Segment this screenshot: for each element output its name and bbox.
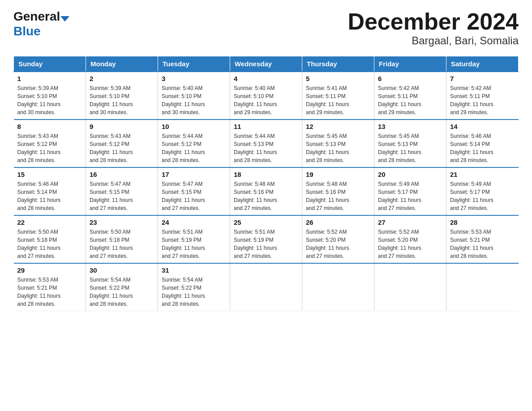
calendar-cell xyxy=(374,263,446,311)
day-number: 19 xyxy=(306,171,370,178)
day-info: Sunrise: 5:48 AMSunset: 5:16 PMDaylight:… xyxy=(306,180,370,212)
day-info: Sunrise: 5:39 AMSunset: 5:10 PMDaylight:… xyxy=(17,84,82,116)
day-number: 11 xyxy=(234,123,298,130)
day-number: 25 xyxy=(234,218,298,226)
calendar-cell: 30Sunrise: 5:54 AMSunset: 5:22 PMDayligh… xyxy=(86,263,158,311)
calendar-cell: 31Sunrise: 5:54 AMSunset: 5:22 PMDayligh… xyxy=(158,263,230,311)
day-number: 1 xyxy=(17,75,82,82)
day-info: Sunrise: 5:42 AMSunset: 5:11 PMDaylight:… xyxy=(450,84,515,116)
logo-general-text: General xyxy=(13,9,60,23)
day-info: Sunrise: 5:49 AMSunset: 5:17 PMDaylight:… xyxy=(450,180,515,212)
calendar-week-row: 1Sunrise: 5:39 AMSunset: 5:10 PMDaylight… xyxy=(14,72,519,120)
day-number: 30 xyxy=(90,266,154,274)
calendar-header-row: SundayMondayTuesdayWednesdayThursdayFrid… xyxy=(14,56,519,72)
day-number: 13 xyxy=(378,123,442,130)
calendar-cell xyxy=(302,263,374,311)
day-number: 31 xyxy=(162,266,226,274)
day-number: 24 xyxy=(162,218,226,226)
calendar-day-header: Monday xyxy=(86,56,158,72)
day-number: 27 xyxy=(378,218,442,226)
calendar-week-row: 22Sunrise: 5:50 AMSunset: 5:18 PMDayligh… xyxy=(14,215,519,263)
calendar-week-row: 29Sunrise: 5:53 AMSunset: 5:21 PMDayligh… xyxy=(14,263,519,311)
day-info: Sunrise: 5:51 AMSunset: 5:19 PMDaylight:… xyxy=(234,228,298,260)
page-header: General Blue December 2024 Bargaal, Bari… xyxy=(13,9,519,47)
calendar-cell: 5Sunrise: 5:41 AMSunset: 5:11 PMDaylight… xyxy=(302,72,374,120)
day-number: 21 xyxy=(450,171,515,178)
calendar-cell: 10Sunrise: 5:44 AMSunset: 5:12 PMDayligh… xyxy=(158,120,230,167)
day-number: 17 xyxy=(162,171,226,178)
calendar-cell: 28Sunrise: 5:53 AMSunset: 5:21 PMDayligh… xyxy=(446,215,519,263)
day-number: 20 xyxy=(378,171,442,178)
calendar-cell: 12Sunrise: 5:45 AMSunset: 5:13 PMDayligh… xyxy=(302,120,374,167)
day-number: 5 xyxy=(306,75,370,82)
day-info: Sunrise: 5:52 AMSunset: 5:20 PMDaylight:… xyxy=(378,228,442,260)
day-info: Sunrise: 5:47 AMSunset: 5:15 PMDaylight:… xyxy=(162,180,226,212)
day-info: Sunrise: 5:44 AMSunset: 5:13 PMDaylight:… xyxy=(234,132,298,164)
day-info: Sunrise: 5:46 AMSunset: 5:14 PMDaylight:… xyxy=(450,132,515,164)
day-info: Sunrise: 5:49 AMSunset: 5:17 PMDaylight:… xyxy=(378,180,442,212)
day-info: Sunrise: 5:46 AMSunset: 5:14 PMDaylight:… xyxy=(17,180,82,212)
calendar-week-row: 15Sunrise: 5:46 AMSunset: 5:14 PMDayligh… xyxy=(14,167,519,215)
calendar-cell: 3Sunrise: 5:40 AMSunset: 5:10 PMDaylight… xyxy=(158,72,230,120)
day-info: Sunrise: 5:48 AMSunset: 5:16 PMDaylight:… xyxy=(234,180,298,212)
calendar-cell: 20Sunrise: 5:49 AMSunset: 5:17 PMDayligh… xyxy=(374,167,446,215)
logo-triangle-icon xyxy=(60,16,69,21)
day-number: 3 xyxy=(162,75,226,82)
day-number: 16 xyxy=(90,171,154,178)
calendar-cell: 23Sunrise: 5:50 AMSunset: 5:18 PMDayligh… xyxy=(86,215,158,263)
calendar-cell: 9Sunrise: 5:43 AMSunset: 5:12 PMDaylight… xyxy=(86,120,158,167)
day-info: Sunrise: 5:43 AMSunset: 5:12 PMDaylight:… xyxy=(17,132,82,164)
day-info: Sunrise: 5:53 AMSunset: 5:21 PMDaylight:… xyxy=(450,228,515,260)
calendar-cell: 17Sunrise: 5:47 AMSunset: 5:15 PMDayligh… xyxy=(158,167,230,215)
calendar-day-header: Thursday xyxy=(302,56,374,72)
day-info: Sunrise: 5:41 AMSunset: 5:11 PMDaylight:… xyxy=(306,84,370,116)
calendar-cell: 27Sunrise: 5:52 AMSunset: 5:20 PMDayligh… xyxy=(374,215,446,263)
day-info: Sunrise: 5:52 AMSunset: 5:20 PMDaylight:… xyxy=(306,228,370,260)
day-info: Sunrise: 5:40 AMSunset: 5:10 PMDaylight:… xyxy=(162,84,226,116)
day-number: 23 xyxy=(90,218,154,226)
page-title: December 2024 xyxy=(348,9,519,34)
day-info: Sunrise: 5:50 AMSunset: 5:18 PMDaylight:… xyxy=(90,228,154,260)
calendar-cell: 16Sunrise: 5:47 AMSunset: 5:15 PMDayligh… xyxy=(86,167,158,215)
day-number: 15 xyxy=(17,171,82,178)
day-info: Sunrise: 5:43 AMSunset: 5:12 PMDaylight:… xyxy=(90,132,154,164)
day-info: Sunrise: 5:39 AMSunset: 5:10 PMDaylight:… xyxy=(90,84,154,116)
day-number: 8 xyxy=(17,123,82,130)
calendar-cell: 24Sunrise: 5:51 AMSunset: 5:19 PMDayligh… xyxy=(158,215,230,263)
calendar-day-header: Friday xyxy=(374,56,446,72)
calendar-cell: 2Sunrise: 5:39 AMSunset: 5:10 PMDaylight… xyxy=(86,72,158,120)
day-number: 12 xyxy=(306,123,370,130)
calendar-day-header: Wednesday xyxy=(230,56,302,72)
calendar-table: SundayMondayTuesdayWednesdayThursdayFrid… xyxy=(13,56,519,311)
day-number: 6 xyxy=(378,75,442,82)
calendar-cell: 15Sunrise: 5:46 AMSunset: 5:14 PMDayligh… xyxy=(14,167,86,215)
day-info: Sunrise: 5:47 AMSunset: 5:15 PMDaylight:… xyxy=(90,180,154,212)
calendar-cell: 4Sunrise: 5:40 AMSunset: 5:10 PMDaylight… xyxy=(230,72,302,120)
calendar-cell: 11Sunrise: 5:44 AMSunset: 5:13 PMDayligh… xyxy=(230,120,302,167)
day-number: 14 xyxy=(450,123,515,130)
day-info: Sunrise: 5:45 AMSunset: 5:13 PMDaylight:… xyxy=(306,132,370,164)
logo: General Blue xyxy=(13,9,69,39)
calendar-cell: 25Sunrise: 5:51 AMSunset: 5:19 PMDayligh… xyxy=(230,215,302,263)
day-number: 22 xyxy=(17,218,82,226)
title-block: December 2024 Bargaal, Bari, Somalia xyxy=(348,9,519,47)
calendar-cell: 22Sunrise: 5:50 AMSunset: 5:18 PMDayligh… xyxy=(14,215,86,263)
day-info: Sunrise: 5:54 AMSunset: 5:22 PMDaylight:… xyxy=(162,276,226,308)
day-number: 2 xyxy=(90,75,154,82)
calendar-cell: 7Sunrise: 5:42 AMSunset: 5:11 PMDaylight… xyxy=(446,72,519,120)
calendar-cell: 14Sunrise: 5:46 AMSunset: 5:14 PMDayligh… xyxy=(446,120,519,167)
day-info: Sunrise: 5:42 AMSunset: 5:11 PMDaylight:… xyxy=(378,84,442,116)
page-subtitle: Bargaal, Bari, Somalia xyxy=(348,34,519,47)
calendar-day-header: Saturday xyxy=(446,56,519,72)
calendar-day-header: Sunday xyxy=(14,56,86,72)
calendar-cell: 21Sunrise: 5:49 AMSunset: 5:17 PMDayligh… xyxy=(446,167,519,215)
calendar-cell: 26Sunrise: 5:52 AMSunset: 5:20 PMDayligh… xyxy=(302,215,374,263)
day-number: 7 xyxy=(450,75,515,82)
calendar-cell: 6Sunrise: 5:42 AMSunset: 5:11 PMDaylight… xyxy=(374,72,446,120)
calendar-cell: 29Sunrise: 5:53 AMSunset: 5:21 PMDayligh… xyxy=(14,263,86,311)
calendar-cell: 8Sunrise: 5:43 AMSunset: 5:12 PMDaylight… xyxy=(14,120,86,167)
calendar-day-header: Tuesday xyxy=(158,56,230,72)
calendar-cell xyxy=(446,263,519,311)
calendar-cell xyxy=(230,263,302,311)
day-number: 18 xyxy=(234,171,298,178)
